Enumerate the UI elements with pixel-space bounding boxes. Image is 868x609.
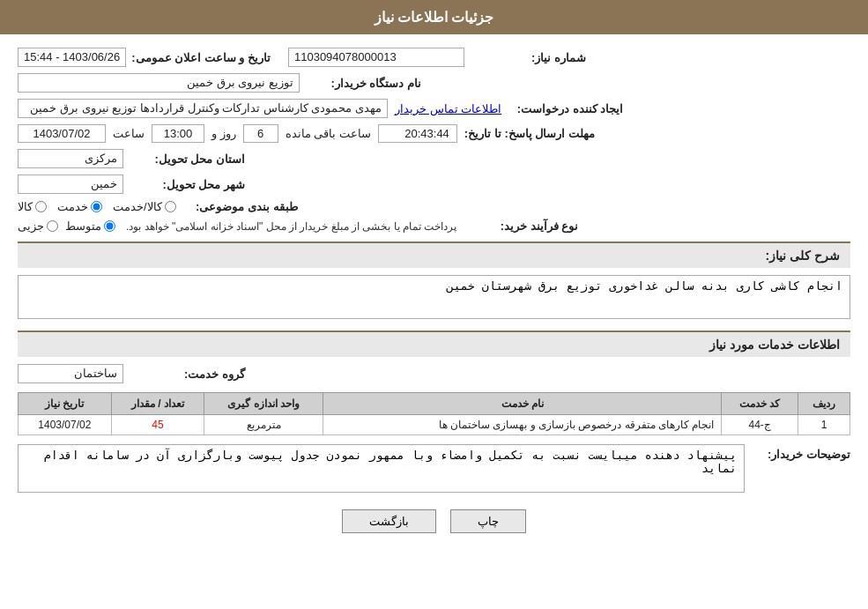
col-tedad: تعداد / مقدار — [111, 393, 204, 415]
buyer-note-row: توضیحات خریدار: پیشنهاد دهنده میبایست نس… — [18, 444, 850, 495]
radio-motavaset[interactable]: متوسط — [65, 219, 115, 233]
ijad-konande-value: مهدی محمودی کارشناس تدارکات وکنترل قرارد… — [18, 99, 388, 118]
ostan-value: مرکزی — [18, 149, 123, 168]
announce-label: تاریخ و ساعت اعلان عمومی: — [131, 51, 271, 64]
date-value: 1403/07/02 — [18, 124, 106, 143]
shahr-label: شهر محل تحویل: — [130, 178, 245, 191]
service-table: ردیف کد خدمت نام خدمت واحد اندازه گیری ت… — [18, 392, 850, 435]
shomara-niyaz-label: شماره نیاز: — [471, 51, 586, 64]
cell-radif: 1 — [798, 415, 850, 435]
nam-dastgah-label: نام دستگاه خریدار: — [307, 77, 421, 90]
baqi-label: ساعت باقی مانده — [286, 127, 371, 140]
rooz-value: 6 — [243, 124, 278, 143]
mohlat-label: مهلت ارسال پاسخ: تا تاریخ: — [464, 127, 595, 140]
radio-khedmat[interactable]: خدمت — [57, 200, 102, 213]
shomara-niyaz-value: 1103094078000013 — [288, 48, 464, 67]
col-nam: نام خدمت — [323, 393, 722, 415]
buyer-note-label: توضیحات خریدار: — [745, 444, 850, 461]
saat-value: 13:00 — [152, 124, 204, 143]
contact-info-link[interactable]: اطلاعات تماس خریدار — [395, 102, 501, 115]
saat-label: ساعت — [113, 127, 145, 140]
back-button[interactable]: بازگشت — [342, 509, 436, 533]
cell-nam: انجام کارهای متفرقه درخصوص بازسازی و بهس… — [323, 415, 722, 435]
group-value: ساختمان — [18, 364, 123, 383]
radio-kala-khedmat[interactable]: کالا/خدمت — [113, 200, 176, 213]
radio-jozii[interactable]: جزیی — [18, 219, 58, 233]
col-kod: کد خدمت — [722, 393, 798, 415]
group-label: گروه خدمت: — [130, 368, 245, 381]
ijad-konande-label: ایجاد کننده درخواست: — [508, 102, 623, 115]
radio-kala[interactable]: کالا — [18, 200, 47, 213]
announce-value: 1403/06/26 - 15:44 — [18, 48, 126, 67]
sharh-value[interactable]: انجام کاشی کاری بدنه سالن غداخوری توزیع … — [18, 275, 850, 319]
rooz-label: روز و — [211, 127, 236, 140]
print-button[interactable]: چاپ — [450, 509, 526, 533]
sharh-section-title: شرح کلی نیاز: — [18, 241, 850, 268]
tabaqe-label: طبقه بندی موضوعی: — [183, 200, 298, 213]
baqi-value: 20:43:44 — [378, 124, 457, 143]
page-title: جزئیات اطلاعات نیاز — [0, 0, 868, 34]
service-section-title: اطلاعات خدمات مورد نیاز — [18, 330, 850, 357]
shahr-value: خمین — [18, 175, 123, 194]
farayand-label: نوع فرآیند خرید: — [464, 219, 578, 233]
ostan-label: استان محل تحویل: — [130, 152, 245, 166]
cell-vahed: مترمربع — [204, 415, 323, 435]
cell-tarikh: 1403/07/02 — [19, 415, 112, 435]
cell-kod: ج-44 — [722, 415, 798, 435]
col-tarikh: تاریخ نیاز — [19, 393, 112, 415]
cell-tedad: 45 — [111, 415, 204, 435]
table-row: 1 ج-44 انجام کارهای متفرقه درخصوص بازساز… — [19, 415, 850, 435]
farayand-note: پرداخت تمام یا بخشی از مبلغ خریدار از مح… — [126, 220, 456, 233]
col-radif: ردیف — [798, 393, 850, 415]
buttons-row: چاپ بازگشت — [18, 509, 850, 533]
buyer-note-value[interactable]: پیشنهاد دهنده میبایست نسبت به تکمیل وامض… — [18, 444, 745, 493]
col-vahed: واحد اندازه گیری — [204, 393, 323, 415]
nam-dastgah-value: توزیع نیروی برق خمین — [18, 73, 300, 93]
